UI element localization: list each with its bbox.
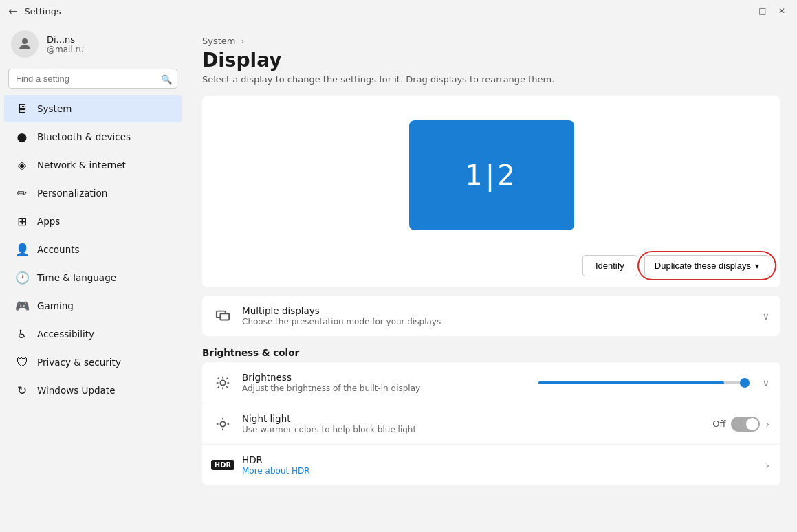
network-icon: ◈ (15, 158, 29, 172)
multiple-displays-text: Multiple displays Choose the presentatio… (242, 305, 753, 326)
hdr-icon: HDR (213, 456, 232, 475)
sidebar-item-system[interactable]: 🖥 System (4, 95, 182, 122)
multiple-displays-chevron: ∨ (763, 311, 769, 322)
time-icon: 🕐 (15, 271, 29, 285)
sidebar-item-accounts[interactable]: 👤 Accounts (4, 236, 182, 263)
sidebar-item-label-system: System (37, 103, 72, 114)
night-light-text: Night light Use warmer colors to help bl… (242, 413, 703, 434)
titlebar: ← Settings □ ✕ (0, 0, 797, 22)
duplicate-button[interactable]: Duplicate these displays ▾ (644, 255, 769, 276)
hdr-badge: HDR (211, 460, 234, 470)
slider-track (538, 381, 745, 384)
minimize-button[interactable]: □ (756, 4, 769, 18)
hdr-label: HDR (242, 454, 756, 465)
brightness-label: Brightness (242, 372, 529, 383)
breadcrumb-chevron: › (241, 36, 244, 46)
personalization-icon: ✏ (15, 186, 29, 200)
night-light-status: Off (712, 419, 725, 429)
night-light-controls: Off › (712, 417, 769, 432)
sidebar-item-accessibility[interactable]: ♿ Accessibility (4, 320, 182, 348)
display-card: 1|2 Identify Duplicate these displays ▾ (202, 96, 780, 287)
back-button[interactable]: ← (8, 5, 17, 18)
sidebar-item-label-accounts: Accounts (37, 244, 80, 255)
accessibility-icon: ♿ (15, 327, 29, 341)
hdr-text: HDR More about HDR (242, 454, 756, 476)
gaming-icon: 🎮 (15, 299, 29, 313)
chevron-down-icon: ▾ (755, 261, 759, 271)
display-monitor[interactable]: 1|2 (409, 120, 574, 230)
sidebar: Di...ns @mail.ru 🔍 🖥 System ● Bluetooth … (0, 22, 186, 532)
update-icon: ↻ (15, 384, 29, 397)
svg-line-9 (226, 386, 228, 388)
bluetooth-icon: ● (15, 130, 29, 144)
night-light-row[interactable]: Night light Use warmer colors to help bl… (202, 403, 780, 445)
hdr-chevron: › (765, 460, 769, 471)
multiple-displays-icon (213, 307, 232, 326)
identify-button[interactable]: Identify (582, 255, 637, 276)
night-light-toggle[interactable] (731, 417, 760, 432)
sidebar-item-label-update: Windows Update (37, 385, 115, 396)
multiple-displays-desc: Choose the presentation mode for your di… (242, 317, 753, 326)
svg-point-12 (220, 421, 225, 426)
toggle-knob (746, 418, 758, 430)
user-profile[interactable]: Di...ns @mail.ru (0, 22, 186, 66)
accounts-icon: 👤 (15, 243, 29, 256)
system-icon: 🖥 (15, 102, 29, 115)
privacy-icon: 🛡 (15, 355, 29, 369)
multiple-displays-label: Multiple displays (242, 305, 753, 316)
search-icon: 🔍 (161, 74, 172, 84)
sidebar-item-label-accessibility: Accessibility (37, 329, 94, 340)
sidebar-item-label-personalization: Personalization (37, 188, 107, 199)
night-light-chevron: › (765, 419, 769, 430)
user-info: Di...ns @mail.ru (47, 34, 84, 54)
sidebar-item-privacy[interactable]: 🛡 Privacy & security (4, 348, 182, 376)
page-subtitle: Select a display to change the settings … (202, 74, 780, 85)
sidebar-item-gaming[interactable]: 🎮 Gaming (4, 292, 182, 320)
sidebar-item-time[interactable]: 🕐 Time & language (4, 264, 182, 291)
multiple-displays-row[interactable]: Multiple displays Choose the presentatio… (202, 296, 780, 336)
brightness-slider[interactable] (538, 381, 745, 384)
breadcrumb-parent: System (202, 36, 235, 46)
brightness-color-card: Brightness Adjust the brightness of the … (202, 362, 780, 485)
app-body: Di...ns @mail.ru 🔍 🖥 System ● Bluetooth … (0, 22, 797, 532)
display-actions: Identify Duplicate these displays ▾ (213, 255, 769, 276)
sidebar-item-label-gaming: Gaming (37, 300, 74, 311)
brightness-chevron: ∨ (763, 377, 769, 388)
main-content: System › Display Select a display to cha… (186, 22, 797, 532)
page-title: Display (202, 49, 780, 71)
sidebar-item-label-bluetooth: Bluetooth & devices (37, 131, 131, 142)
brightness-desc: Adjust the brightness of the built-in di… (242, 384, 529, 393)
nav-list: 🖥 System ● Bluetooth & devices ◈ Network… (0, 94, 186, 405)
hdr-row[interactable]: HDR HDR More about HDR › (202, 445, 780, 485)
sidebar-item-personalization[interactable]: ✏ Personalization (4, 179, 182, 207)
duplicate-button-label: Duplicate these displays (655, 261, 751, 271)
window-controls: □ ✕ (756, 4, 789, 18)
hdr-link[interactable]: More about HDR (242, 466, 756, 476)
user-name: Di...ns (47, 34, 84, 45)
sidebar-item-label-apps: Apps (37, 216, 60, 227)
slider-thumb (740, 378, 750, 388)
display-preview: 1|2 (213, 107, 769, 244)
duplicate-button-wrap: Duplicate these displays ▾ (644, 255, 769, 276)
night-light-label: Night light (242, 413, 703, 424)
avatar (11, 30, 39, 58)
brightness-text: Brightness Adjust the brightness of the … (242, 372, 529, 393)
sidebar-item-label-network: Network & internet (37, 159, 126, 170)
svg-line-11 (226, 377, 228, 379)
sidebar-item-bluetooth[interactable]: ● Bluetooth & devices (4, 123, 182, 151)
search-input[interactable] (8, 69, 177, 89)
user-email: @mail.ru (47, 45, 84, 54)
sidebar-item-network[interactable]: ◈ Network & internet (4, 151, 182, 179)
search-box[interactable]: 🔍 (8, 69, 177, 89)
sidebar-item-apps[interactable]: ⊞ Apps (4, 208, 182, 235)
sidebar-item-label-privacy: Privacy & security (37, 357, 121, 368)
night-light-icon (213, 414, 232, 434)
apps-icon: ⊞ (15, 214, 29, 228)
svg-point-0 (22, 38, 28, 44)
breadcrumb: System › (202, 36, 780, 46)
sidebar-item-update[interactable]: ↻ Windows Update (4, 377, 182, 404)
svg-line-8 (218, 377, 219, 379)
brightness-row[interactable]: Brightness Adjust the brightness of the … (202, 362, 780, 403)
close-button[interactable]: ✕ (775, 4, 789, 18)
brightness-icon (213, 373, 232, 392)
